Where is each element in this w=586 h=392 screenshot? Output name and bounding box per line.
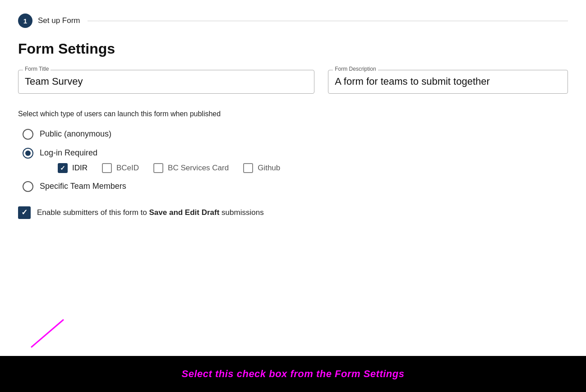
user-type-radio-group: Public (anonymous) Log-in Required ✓ IDI… — [18, 129, 568, 192]
step-label: Set up Form — [38, 16, 80, 25]
checkbox-label-github: Github — [258, 164, 280, 173]
checkbox-bceid[interactable]: BCeID — [102, 163, 139, 173]
radio-login[interactable]: Log-in Required — [23, 148, 568, 159]
radio-label-team: Specific Team Members — [40, 182, 126, 191]
checkbox-box-github — [243, 163, 253, 173]
form-description-field[interactable]: Form Description A form for teams to sub… — [328, 70, 568, 94]
checkbox-label-bcservices: BC Services Card — [168, 164, 229, 173]
checkbox-bcservices[interactable]: BC Services Card — [153, 163, 229, 173]
radio-label-public: Public (anonymous) — [40, 129, 111, 139]
annotation-arrow — [18, 315, 90, 356]
annotation-bar: Select this check box from the Form Sett… — [0, 356, 586, 392]
radio-public[interactable]: Public (anonymous) — [23, 129, 568, 140]
form-description-value: A form for teams to submit together — [335, 75, 561, 89]
form-description-label: Form Description — [333, 66, 378, 72]
radio-circle-team — [23, 181, 33, 192]
radio-team[interactable]: Specific Team Members — [23, 181, 568, 192]
form-title-field[interactable]: Form Title Team Survey — [18, 70, 314, 94]
form-title-label: Form Title — [23, 66, 51, 72]
checkbox-label-bceid: BCeID — [116, 164, 139, 173]
checkbox-box-bcservices — [153, 163, 163, 173]
step-badge: 1 — [18, 14, 32, 28]
checkbox-box-idir: ✓ — [58, 163, 68, 173]
checkmark-idir: ✓ — [60, 165, 65, 171]
checkbox-label-idir: IDIR — [72, 164, 88, 173]
radio-circle-login — [23, 148, 33, 159]
radio-label-login: Log-in Required — [40, 148, 97, 158]
radio-circle-public — [23, 129, 33, 140]
step-header: 1 Set up Form — [18, 14, 568, 28]
draft-text: Enable submitters of this form to Save a… — [37, 208, 264, 217]
svg-line-0 — [32, 320, 63, 347]
enable-draft-row: ✓ Enable submitters of this form to Save… — [18, 206, 568, 219]
user-type-question: Select which type of users can launch th… — [18, 110, 568, 118]
annotation-text: Select this check box from the Form Sett… — [182, 368, 405, 380]
login-options-row: ✓ IDIR BCeID BC Services Card Github — [23, 163, 568, 173]
step-divider — [88, 21, 568, 21]
checkbox-github[interactable]: Github — [243, 163, 280, 173]
radio-inner-login — [25, 150, 31, 156]
draft-checkmark: ✓ — [21, 208, 28, 217]
draft-checkbox[interactable]: ✓ — [18, 206, 31, 219]
checkbox-idir[interactable]: ✓ IDIR — [58, 163, 88, 173]
form-fields-row: Form Title Team Survey Form Description … — [18, 70, 568, 94]
form-title-value: Team Survey — [25, 75, 308, 89]
form-settings-heading: Form Settings — [18, 41, 568, 57]
checkbox-box-bceid — [102, 163, 112, 173]
